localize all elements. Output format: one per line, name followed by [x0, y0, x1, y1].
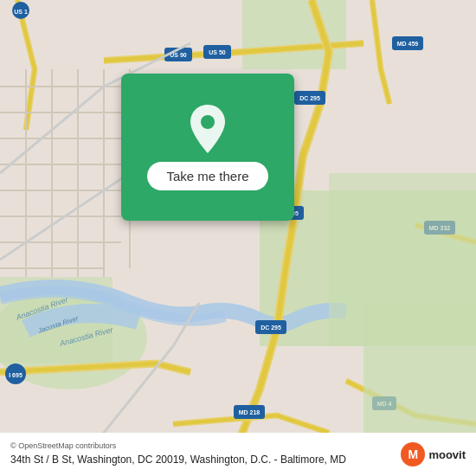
map-container: I 695 US 1 US 50 MD 459 DC 295 DC 295 DC…	[0, 0, 476, 476]
moovit-label: moovit	[428, 448, 466, 461]
svg-text:I 695: I 695	[9, 372, 23, 378]
svg-rect-44	[363, 303, 476, 433]
svg-text:MD 459: MD 459	[397, 41, 419, 47]
svg-text:US 50: US 50	[209, 49, 226, 55]
svg-text:DC 295: DC 295	[261, 325, 281, 331]
bottom-bar: © OpenStreetMap contributors 34th St / B…	[0, 433, 476, 476]
svg-text:US 1: US 1	[14, 9, 28, 15]
destination-card: Take me there	[121, 74, 294, 221]
moovit-icon: M	[401, 442, 425, 466]
map-svg: I 695 US 1 US 50 MD 459 DC 295 DC 295 DC…	[0, 0, 476, 476]
svg-point-45	[201, 115, 215, 129]
svg-text:DC 295: DC 295	[299, 95, 320, 101]
moovit-logo: M moovit	[401, 442, 466, 466]
osm-credit: © OpenStreetMap contributors	[10, 441, 392, 450]
svg-text:MD 218: MD 218	[239, 409, 261, 415]
take-me-there-button[interactable]: Take me there	[147, 162, 267, 190]
location-pin-icon	[187, 105, 228, 153]
address-text: 34th St / B St, Washington, DC 20019, Wa…	[10, 453, 392, 467]
bottom-bar-info: © OpenStreetMap contributors 34th St / B…	[10, 441, 392, 467]
